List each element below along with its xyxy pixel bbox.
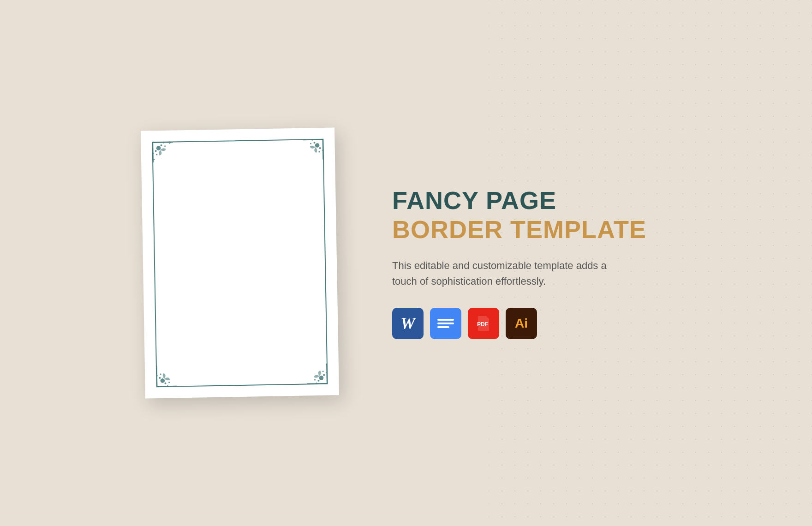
svg-point-12 — [156, 154, 157, 155]
corner-decoration-tr — [291, 139, 324, 172]
corner-decoration-br — [295, 352, 328, 385]
svg-rect-39 — [156, 376, 158, 377]
svg-point-37 — [168, 382, 170, 383]
svg-rect-50 — [316, 383, 317, 384]
svg-line-0 — [153, 143, 173, 143]
right-panel: FANCY PAGE BORDER TEMPLATE This editable… — [383, 187, 669, 340]
svg-point-23 — [313, 142, 315, 143]
svg-point-46 — [323, 374, 325, 376]
word-icon[interactable]: W — [392, 308, 424, 339]
svg-point-22 — [319, 147, 321, 149]
svg-rect-26 — [312, 139, 313, 141]
svg-rect-15 — [152, 153, 154, 154]
svg-point-35 — [164, 383, 166, 384]
svg-line-16 — [303, 140, 322, 140]
word-icon-label: W — [400, 314, 415, 333]
corner-decoration-bl — [155, 354, 188, 387]
svg-line-1 — [153, 143, 153, 162]
svg-point-25 — [310, 143, 311, 144]
svg-point-36 — [160, 374, 161, 375]
svg-point-34 — [159, 377, 161, 379]
svg-point-10 — [155, 150, 157, 152]
adobe-pdf-icon[interactable]: PDF — [468, 308, 499, 339]
svg-point-11 — [160, 144, 162, 146]
svg-rect-38 — [167, 385, 168, 387]
description-text: This editable and customizable template … — [392, 258, 623, 289]
svg-point-49 — [314, 379, 316, 381]
svg-point-47 — [317, 380, 319, 382]
svg-text:PDF: PDF — [477, 321, 488, 328]
pdf-svg-icon: PDF — [474, 314, 493, 333]
svg-line-28 — [157, 386, 177, 386]
app-icons-row: W PDF — [392, 308, 669, 339]
content-wrapper: FANCY PAGE BORDER TEMPLATE This editable… — [0, 129, 812, 397]
svg-point-24 — [318, 151, 320, 152]
title-line2: BORDER TEMPLATE — [392, 216, 669, 243]
svg-point-48 — [322, 371, 324, 372]
svg-rect-14 — [163, 142, 164, 143]
google-docs-icon[interactable] — [430, 308, 461, 339]
ai-icon-label: Ai — [515, 316, 528, 331]
title-line1: FANCY PAGE — [392, 187, 669, 214]
svg-rect-27 — [322, 150, 324, 151]
main-container: FANCY PAGE BORDER TEMPLATE This editable… — [0, 0, 812, 526]
svg-line-40 — [307, 383, 327, 384]
svg-rect-51 — [326, 372, 328, 373]
adobe-illustrator-icon[interactable]: Ai — [506, 308, 537, 339]
corner-decoration-tl — [152, 141, 185, 174]
svg-line-29 — [157, 366, 157, 386]
svg-line-41 — [327, 364, 327, 383]
docs-lines-icon — [434, 315, 458, 332]
document-preview — [141, 127, 339, 398]
fancy-border — [152, 139, 328, 387]
svg-line-17 — [322, 140, 323, 160]
svg-point-13 — [164, 145, 166, 147]
